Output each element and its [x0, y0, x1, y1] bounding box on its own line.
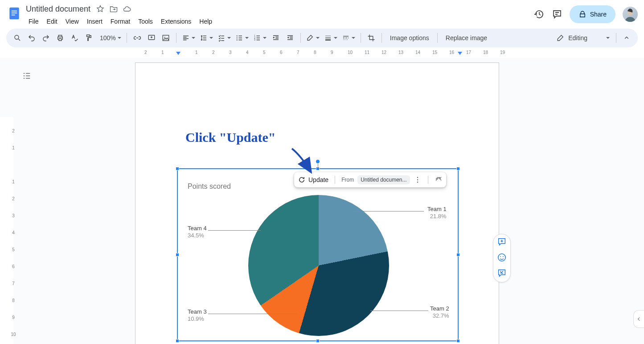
spellcheck-icon[interactable] [68, 31, 81, 45]
account-avatar[interactable] [623, 7, 638, 22]
cloud-saved-icon[interactable] [123, 4, 131, 13]
paint-format-icon[interactable] [82, 31, 95, 45]
bulleted-list-dropdown[interactable] [234, 31, 250, 45]
comments-icon[interactable] [552, 9, 562, 20]
share-label: Share [590, 11, 607, 18]
resize-handle-se[interactable] [456, 339, 460, 343]
move-folder-icon[interactable] [109, 4, 118, 13]
editing-mode-dropdown[interactable]: Editing [557, 34, 612, 42]
show-sidepanel-icon[interactable] [633, 310, 644, 328]
horizontal-ruler[interactable]: 2 1 1 2 3 4 5 6 7 8 9 10 11 12 13 14 15 … [13, 50, 638, 57]
menu-help[interactable]: Help [196, 16, 216, 27]
ruler-tick: 3 [229, 50, 232, 55]
star-icon[interactable] [96, 4, 105, 13]
ruler-tick: 1 [161, 50, 164, 55]
resize-handle-sw[interactable] [176, 339, 179, 343]
chart-body: Points scored Team 1 21.8% Team 2 32.7% … [179, 170, 457, 340]
menu-file[interactable]: File [25, 16, 42, 27]
undo-icon[interactable] [25, 31, 38, 45]
chevron-down-icon [118, 37, 121, 41]
menu-view[interactable]: View [62, 16, 82, 27]
pie-chart-icon [248, 195, 389, 336]
suggest-edit-icon[interactable] [497, 268, 507, 279]
border-color-dropdown[interactable] [304, 31, 321, 45]
indent-marker-right-icon[interactable] [457, 52, 463, 57]
svg-point-9 [236, 35, 237, 36]
ruler-tick: 8 [7, 298, 20, 303]
menu-edit[interactable]: Edit [43, 16, 61, 27]
ruler-tick: 1 [7, 145, 20, 150]
crop-image-icon[interactable] [365, 31, 378, 45]
decrease-indent-icon[interactable] [269, 31, 283, 45]
zoom-value: 100% [98, 34, 116, 41]
menu-format[interactable]: Format [107, 16, 134, 27]
ruler-tick: 4 [7, 230, 20, 235]
svg-rect-1 [12, 11, 17, 12]
header-right: Share [534, 5, 638, 23]
vertical-ruler[interactable]: 2 1 1 2 3 4 5 6 7 8 9 10 11 12 13 [0, 117, 13, 344]
embedded-chart[interactable]: Points scored Team 1 21.8% Team 2 32.7% … [177, 168, 459, 341]
border-dash-dropdown[interactable] [340, 31, 357, 45]
document-title[interactable]: Untitled document [25, 4, 91, 14]
leader-line [208, 230, 261, 231]
svg-point-11 [236, 39, 237, 40]
resize-handle-e[interactable] [456, 253, 460, 257]
increase-indent-icon[interactable] [283, 31, 297, 45]
numbered-list-dropdown[interactable]: 123 [251, 31, 268, 45]
insert-image-icon[interactable] [159, 31, 172, 45]
chevron-down-icon [263, 37, 267, 41]
align-dropdown[interactable] [180, 31, 197, 45]
svg-point-24 [500, 256, 501, 257]
share-button[interactable]: Share [570, 5, 615, 23]
menu-tools[interactable]: Tools [135, 16, 156, 27]
menu-extensions[interactable]: Extensions [157, 16, 195, 27]
resize-handle-s[interactable] [316, 339, 320, 343]
history-icon[interactable] [534, 9, 545, 20]
add-comment-icon[interactable] [497, 237, 507, 248]
annotation-arrow-icon [285, 145, 321, 181]
zoom-dropdown[interactable]: 100% [96, 31, 123, 45]
image-options-button[interactable]: Image options [386, 31, 434, 45]
comment-dock [493, 234, 511, 282]
ruler-tick: 15 [432, 50, 437, 55]
svg-point-28 [417, 182, 418, 182]
chart-options-icon[interactable] [414, 176, 422, 184]
checklist-dropdown[interactable] [216, 31, 233, 45]
app-header: Untitled document File Edit View Insert … [0, 0, 644, 29]
annotation-text: Click "Update" [185, 130, 276, 145]
slice-label: Team 4 [188, 225, 207, 232]
svg-point-5 [15, 35, 19, 39]
ruler-tick: 19 [500, 50, 505, 55]
chevron-down-icon [227, 37, 231, 41]
line-spacing-dropdown[interactable] [198, 31, 215, 45]
resize-handle-ne[interactable] [456, 167, 460, 170]
chart-title: Points scored [188, 182, 231, 191]
insert-comment-icon[interactable] [145, 31, 158, 45]
svg-point-26 [417, 177, 418, 178]
search-toolbar-icon[interactable] [11, 31, 24, 45]
ruler-tick: 2 [7, 128, 20, 133]
ruler-tick: 1 [7, 179, 20, 184]
insert-link-icon[interactable] [131, 31, 144, 45]
slice-label: Team 2 [430, 305, 449, 312]
collapse-toolbar-icon[interactable] [620, 31, 633, 45]
unlink-icon[interactable] [435, 176, 443, 184]
show-outline-icon[interactable] [20, 69, 34, 83]
title-area: Untitled document File Edit View Insert … [25, 4, 216, 27]
svg-point-10 [236, 37, 237, 38]
ruler-tick: 4 [246, 50, 249, 55]
add-emoji-icon[interactable] [497, 253, 507, 264]
source-chip[interactable]: Untitled documen... [357, 175, 410, 184]
menu-insert[interactable]: Insert [83, 16, 106, 27]
indent-marker-left-icon[interactable] [176, 52, 181, 57]
docs-logo-icon[interactable] [6, 5, 22, 21]
document-canvas[interactable]: 2 1 1 2 3 4 5 6 7 8 9 10 11 12 13 Points… [0, 58, 644, 344]
print-icon[interactable] [53, 31, 67, 45]
svg-point-25 [503, 256, 504, 257]
chevron-down-icon [316, 37, 320, 41]
svg-rect-2 [12, 12, 17, 13]
border-weight-dropdown[interactable] [322, 31, 339, 45]
redo-icon[interactable] [39, 31, 53, 45]
ruler-tick: 1 [195, 50, 198, 55]
replace-image-button[interactable]: Replace image [441, 31, 492, 45]
